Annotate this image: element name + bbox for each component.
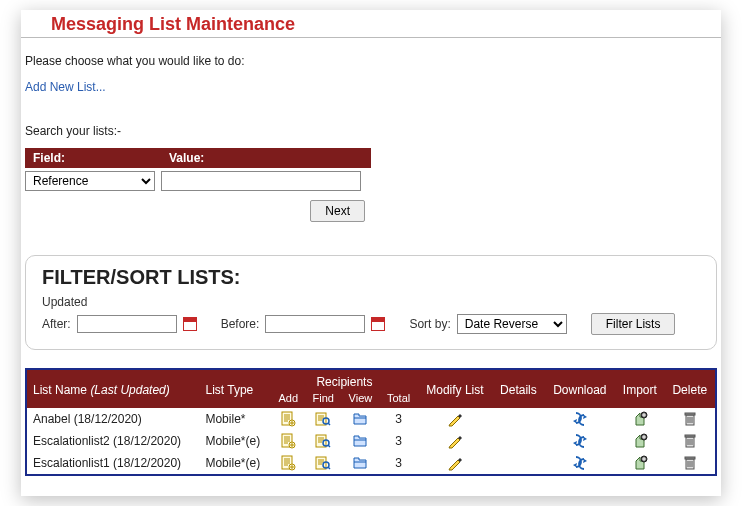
sort-select[interactable]: Date Reverse — [457, 314, 567, 334]
search-table: Field: Value: Reference Next — [25, 148, 371, 225]
results-table: List Name (Last Updated) List Type Recip… — [25, 368, 717, 476]
sort-label: Sort by: — [409, 317, 450, 331]
cell-name: Escalationlist1 (18/12/2020) — [26, 452, 199, 475]
svg-line-4 — [328, 423, 330, 425]
cell-type: Mobile*(e) — [199, 430, 271, 452]
view-icon[interactable] — [341, 452, 379, 475]
download-icon[interactable] — [545, 430, 615, 452]
calendar-icon[interactable] — [183, 317, 197, 331]
col-download: Download — [545, 369, 615, 408]
cell-name: Anabel (18/12/2020) — [26, 408, 199, 430]
col-import: Import — [615, 369, 665, 408]
col-details: Details — [492, 369, 544, 408]
cell-type: Mobile*(e) — [199, 452, 271, 475]
col-total: Total — [380, 392, 418, 408]
filter-box: Filter/Sort Lists: Updated After: Before… — [25, 255, 717, 350]
modify-icon[interactable] — [418, 408, 493, 430]
delete-icon[interactable] — [665, 452, 716, 475]
page-title: Messaging List Maintenance — [51, 14, 721, 35]
col-delete: Delete — [665, 369, 716, 408]
view-icon[interactable] — [341, 408, 379, 430]
download-icon[interactable] — [545, 452, 615, 475]
add-icon[interactable] — [271, 408, 305, 430]
svg-line-14 — [328, 445, 330, 447]
field-header: Field: — [25, 148, 161, 168]
svg-rect-29 — [685, 457, 695, 459]
add-icon[interactable] — [271, 452, 305, 475]
svg-rect-9 — [685, 413, 695, 415]
cell-type: Mobile* — [199, 408, 271, 430]
after-input[interactable] — [77, 315, 177, 333]
svg-rect-19 — [685, 435, 695, 437]
filter-lists-button[interactable]: Filter Lists — [591, 313, 676, 335]
delete-icon[interactable] — [665, 408, 716, 430]
cell-total: 3 — [380, 408, 418, 430]
col-add: Add — [271, 392, 305, 408]
delete-icon[interactable] — [665, 430, 716, 452]
find-icon[interactable] — [305, 430, 341, 452]
col-find: Find — [305, 392, 341, 408]
next-button[interactable]: Next — [310, 200, 365, 222]
details-cell — [492, 408, 544, 430]
before-input[interactable] — [265, 315, 365, 333]
cell-name: Escalationlist2 (18/12/2020) — [26, 430, 199, 452]
col-list-type: List Type — [199, 369, 271, 408]
add-icon[interactable] — [271, 430, 305, 452]
table-row: Escalationlist2 (18/12/2020)Mobile*(e)3 — [26, 430, 716, 452]
col-list-name: List Name — [33, 383, 87, 397]
prompt-text: Please choose what you would like to do: — [25, 54, 717, 68]
calendar-icon[interactable] — [371, 317, 385, 331]
find-icon[interactable] — [305, 408, 341, 430]
modify-icon[interactable] — [418, 430, 493, 452]
import-icon[interactable] — [615, 452, 665, 475]
filter-title: Filter/Sort Lists: — [42, 266, 700, 289]
details-cell — [492, 452, 544, 475]
field-select[interactable]: Reference — [25, 171, 155, 191]
cell-total: 3 — [380, 452, 418, 475]
updated-label: Updated — [42, 295, 700, 309]
col-modify: Modify List — [418, 369, 493, 408]
download-icon[interactable] — [545, 408, 615, 430]
import-icon[interactable] — [615, 408, 665, 430]
modify-icon[interactable] — [418, 452, 493, 475]
search-label: Search your lists:- — [25, 124, 717, 138]
find-icon[interactable] — [305, 452, 341, 475]
details-cell — [492, 430, 544, 452]
import-icon[interactable] — [615, 430, 665, 452]
col-last-updated: (Last Updated) — [90, 383, 169, 397]
before-label: Before: — [221, 317, 260, 331]
cell-total: 3 — [380, 430, 418, 452]
add-new-list-link[interactable]: Add New List... — [25, 80, 106, 94]
value-input[interactable] — [161, 171, 361, 191]
value-header: Value: — [161, 148, 371, 168]
view-icon[interactable] — [341, 430, 379, 452]
col-view: View — [341, 392, 379, 408]
table-row: Anabel (18/12/2020)Mobile*3 — [26, 408, 716, 430]
table-row: Escalationlist1 (18/12/2020)Mobile*(e)3 — [26, 452, 716, 475]
after-label: After: — [42, 317, 71, 331]
svg-line-24 — [328, 467, 330, 469]
col-recipients: Recipients — [271, 369, 417, 392]
